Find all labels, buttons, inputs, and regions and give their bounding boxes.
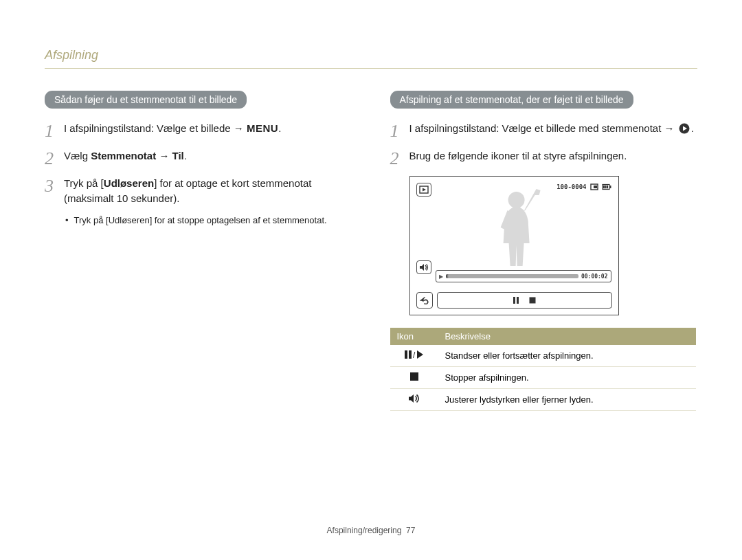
image-counter: 100-0004 [556, 183, 586, 190]
pause-icon [512, 296, 520, 304]
step1-right-text: I afspilningstilstand: Vælge et billede … [409, 122, 677, 134]
screen-image-area: 100-0004 [413, 179, 616, 312]
battery-icon [602, 183, 611, 190]
table-header-icon: Ikon [390, 328, 438, 345]
svg-rect-17 [405, 350, 407, 359]
right-column: Afspilning af et stemmenotat, der er føj… [390, 91, 698, 411]
step-2-right: 2 Brug de følgende ikoner til at styre a… [390, 148, 698, 168]
back-button-icon [416, 292, 433, 309]
progress-bar-row: ▶ 00:00:02 [436, 270, 611, 282]
bottom-controls [416, 292, 612, 309]
svg-rect-9 [607, 186, 608, 188]
footer-page-number: 77 [406, 526, 415, 535]
svg-rect-4 [594, 186, 597, 188]
svg-marker-20 [417, 350, 423, 359]
volume-icon [408, 394, 420, 403]
table-row: / Standser eller fortsætter afspilningen… [390, 345, 696, 367]
svg-rect-18 [409, 350, 412, 359]
step3-prefix: Tryk på [ [64, 177, 104, 189]
step2-prefix: Vælg [64, 150, 91, 161]
left-side-buttons [416, 183, 431, 274]
svg-text:/: / [413, 350, 416, 359]
step-number: 3 [45, 176, 64, 195]
person-silhouette-icon [486, 185, 548, 266]
progress-time: 00:00:02 [581, 273, 608, 280]
step-number: 2 [45, 148, 64, 168]
step3-bold: Udløseren [104, 177, 154, 189]
table-desc-cell: Standser eller fortsætter afspilningen. [438, 345, 696, 367]
step-3-left: 3 Tryk på [Udløseren] for at optage et k… [45, 176, 352, 206]
bullet-prefix: Tryk på [ [74, 215, 109, 225]
svg-rect-16 [530, 298, 536, 304]
step-number: 1 [390, 121, 409, 140]
left-column: Sådan føjer du et stemmenotat til et bil… [45, 91, 352, 411]
camera-screen-mock: 100-0004 [409, 176, 619, 315]
table-row: Justerer lydstyrken eller fjerner lyden. [390, 389, 696, 411]
left-section-header: Sådan føjer du et stemmenotat til et bil… [45, 91, 247, 109]
step-1-left: 1 I afspilningstilstand: Vælge et billed… [45, 121, 352, 140]
volume-icon [416, 260, 431, 274]
svg-rect-21 [410, 372, 418, 381]
svg-rect-14 [513, 297, 515, 304]
table-row: Stopper afspilningen. [390, 367, 696, 389]
play-circle-icon [679, 123, 690, 134]
step2-bold2: Til [172, 150, 184, 161]
bullet-item: Tryk på [Udløseren] for at stoppe optage… [64, 214, 352, 227]
pause-play-icon: / [405, 350, 424, 359]
table-desc-cell: Stopper afspilningen. [438, 367, 696, 389]
step-1-right: 1 I afspilningstilstand: Vælge et billed… [390, 121, 698, 140]
table-icon-cell: / [390, 345, 438, 367]
playback-mode-icon [416, 183, 431, 197]
menu-label: MENU [247, 122, 278, 134]
storage-icon [590, 183, 598, 190]
icon-description-table: Ikon Beskrivelse / Standser eller fortsæ… [390, 328, 696, 411]
progress-play-icon: ▶ [439, 273, 443, 280]
svg-marker-11 [423, 188, 426, 192]
step1-prefix: I afspilningstilstand: Vælge et billede … [64, 122, 247, 134]
step-text: I afspilningstilstand: Vælge et billede … [409, 121, 694, 136]
bullet-block: Tryk på [Udløseren] for at stoppe optage… [64, 214, 352, 227]
table-icon-cell [390, 389, 438, 411]
step-text: Vælg Stemmenotat → Til. [64, 148, 187, 164]
bullet-suffix: ] for at stoppe optagelsen af et stemmen… [150, 215, 327, 225]
stop-icon [409, 372, 419, 381]
page-footer: Afspilning/redigering 77 [0, 526, 742, 535]
top-right-indicators: 100-0004 [556, 183, 611, 190]
svg-rect-15 [517, 297, 519, 304]
step-2-left: 2 Vælg Stemmenotat → Til. [45, 148, 352, 168]
svg-marker-22 [409, 394, 414, 403]
step2-bold: Stemmenotat [91, 150, 156, 161]
stop-icon [528, 296, 537, 304]
bullet-bold: Udløseren [109, 215, 150, 225]
table-header-desc: Beskrivelse [438, 328, 696, 345]
center-controls [437, 292, 612, 309]
right-section-header: Afspilning af et stemmenotat, der er føj… [390, 91, 633, 109]
svg-marker-12 [420, 264, 424, 271]
svg-rect-6 [609, 186, 611, 188]
footer-section: Afspilning/redigering [327, 526, 402, 535]
svg-point-2 [508, 192, 525, 208]
title-rule [45, 68, 697, 69]
step-number: 1 [45, 121, 64, 140]
table-desc-cell: Justerer lydstyrken eller fjerner lyden. [438, 389, 696, 411]
svg-rect-8 [605, 186, 606, 188]
page-title: Afspilning [45, 48, 697, 63]
step-number: 2 [390, 148, 409, 168]
step2-arrow: → [156, 150, 172, 161]
step-text: I afspilningstilstand: Vælge et billede … [64, 121, 281, 136]
svg-rect-7 [603, 186, 605, 188]
step-text: Brug de følgende ikoner til at styre afs… [409, 148, 627, 164]
table-icon-cell [390, 367, 438, 389]
columns: Sådan føjer du et stemmenotat til et bil… [45, 91, 697, 411]
step-text: Tryk på [Udløseren] for at optage et kor… [64, 176, 352, 206]
progress-track [446, 274, 578, 278]
